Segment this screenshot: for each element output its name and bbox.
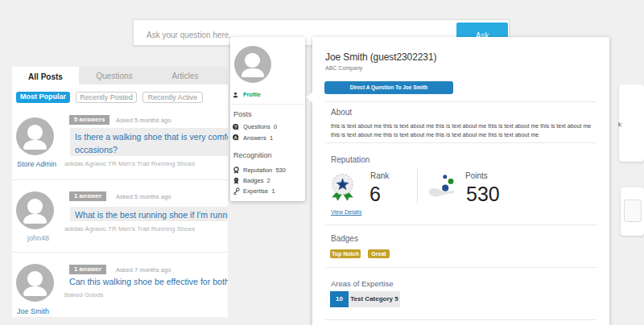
svg-text:?: ? (234, 124, 237, 129)
svg-text:A: A (234, 134, 237, 139)
